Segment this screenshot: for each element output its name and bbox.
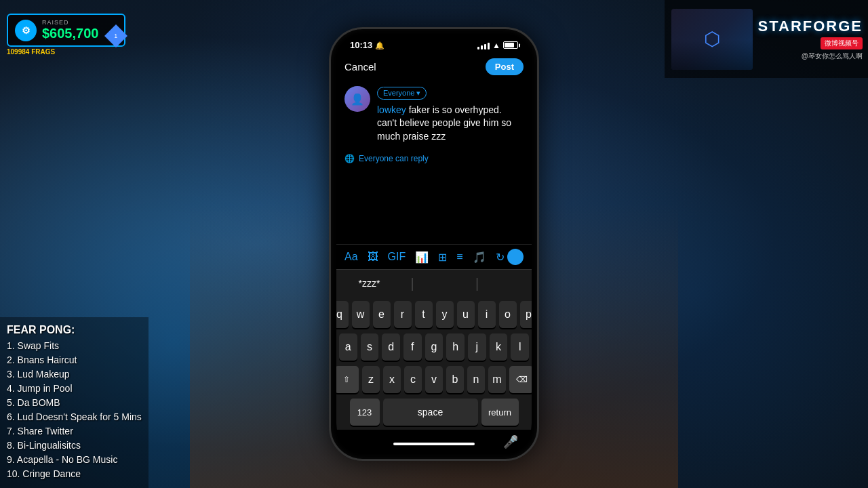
menu-icon[interactable]: ≡	[456, 251, 462, 263]
key-z[interactable]: z	[362, 366, 380, 393]
word-suggestion-2[interactable]	[437, 281, 453, 286]
status-time: 10:13 🔔	[350, 40, 384, 50]
key-delete[interactable]: ⌫	[509, 366, 532, 393]
avatar: 👤	[344, 86, 370, 112]
key-o[interactable]: o	[499, 301, 517, 328]
starforge-thumbnail: ⬡	[671, 9, 753, 70]
sentinel-text: @琴女你怎么骂人啊	[802, 52, 863, 61]
emoji-icon[interactable]: ☺	[350, 434, 363, 449]
phone-container: 10:13 🔔 ▲	[329, 27, 539, 461]
audio-icon[interactable]: 🎵	[473, 251, 486, 264]
key-m[interactable]: m	[488, 366, 506, 393]
key-x[interactable]: x	[383, 366, 401, 393]
starforge-brand: STARFORGE	[758, 18, 863, 35]
key-shift[interactable]: ⇧	[336, 366, 359, 393]
key-v[interactable]: v	[425, 366, 443, 393]
mic-icon[interactable]: 🎤	[503, 434, 518, 449]
diamond-badge: 1	[104, 24, 127, 47]
home-indicator[interactable]	[393, 443, 475, 445]
fear-pong-item-8: 8. Bi-Lingualisitcs	[7, 439, 142, 453]
toolbar-icons: Aa 🖼 GIF 📊 ⊞ ≡ 🎵 ↻	[344, 251, 505, 264]
tweet-header: Cancel Post	[344, 53, 524, 81]
fear-pong-overlay: FEAR PONG: 1. Swap Fits 2. Bnans Haircut…	[0, 317, 149, 488]
fundraiser-frags: 109984 FRAGS	[7, 48, 55, 56]
refresh-icon[interactable]: ↻	[496, 251, 505, 264]
key-s[interactable]: s	[361, 333, 379, 361]
tweet-area: Cancel Post 👤 Everyone ▾ lowkey faker is…	[336, 53, 532, 244]
battery-fill	[505, 43, 514, 47]
key-w[interactable]: w	[352, 301, 370, 328]
divider-2: |	[475, 276, 479, 291]
tweet-mention: lowkey	[377, 104, 406, 115]
key-q[interactable]: q	[336, 301, 349, 328]
divider-1: |	[411, 276, 414, 291]
tweet-compose: 👤 Everyone ▾ lowkey faker is so overhype…	[344, 81, 524, 148]
fear-pong-item-1: 1. Swap Fits	[7, 339, 142, 353]
wifi-icon: ▲	[492, 41, 500, 50]
tweet-right: Everyone ▾ lowkey faker is so overhyped.…	[377, 86, 524, 143]
key-c[interactable]: c	[404, 366, 422, 393]
fundraiser-amount: $605,700	[42, 26, 98, 41]
fear-pong-item-5: 5. Da BOMB	[7, 396, 142, 410]
key-y[interactable]: y	[436, 301, 454, 328]
everyone-reply: 🌐 Everyone can reply	[344, 148, 524, 169]
key-t[interactable]: t	[415, 301, 433, 328]
key-d[interactable]: d	[382, 333, 400, 361]
signal-bar-1	[477, 47, 479, 49]
keyboard-row-2: a s d f g h j k l	[339, 333, 529, 361]
fundraiser-overlay: ⚙ RAISED $605,700 1 109984 FRAGS	[7, 14, 125, 56]
word-suggestion-3[interactable]	[501, 281, 517, 286]
signal-bars	[477, 41, 490, 49]
fear-pong-item-7: 7. Share Twitter	[7, 424, 142, 439]
keyboard-row-bottom: 123 space return	[339, 399, 529, 426]
gif-icon[interactable]: GIF	[388, 251, 406, 263]
fear-pong-item-3: 3. Lud Makeup	[7, 367, 142, 382]
key-k[interactable]: k	[490, 333, 508, 361]
key-u[interactable]: u	[457, 301, 475, 328]
key-b[interactable]: b	[446, 366, 464, 393]
key-n[interactable]: n	[467, 366, 485, 393]
key-h[interactable]: h	[446, 333, 465, 361]
signal-bar-4	[488, 43, 490, 49]
key-space[interactable]: space	[383, 399, 478, 426]
key-j[interactable]: j	[468, 333, 486, 361]
key-l[interactable]: l	[511, 333, 529, 361]
image-icon[interactable]: 🖼	[368, 251, 378, 263]
cancel-button[interactable]: Cancel	[344, 61, 376, 73]
font-icon[interactable]: Aa	[344, 251, 358, 263]
audience-pill[interactable]: Everyone ▾	[377, 87, 427, 100]
bell-icon: 🔔	[375, 41, 384, 49]
post-button[interactable]: Post	[486, 58, 524, 75]
tweet-toolbar: Aa 🖼 GIF 📊 ⊞ ≡ 🎵 ↻	[336, 244, 532, 269]
keyboard: q w e r t y u i o p a s d f g	[336, 297, 532, 430]
key-p[interactable]: p	[520, 301, 532, 328]
keyboard-row-3: ⇧ z x c v b n m ⌫	[339, 366, 529, 393]
weibo-badge: 微博视频号	[821, 37, 863, 49]
key-i[interactable]: i	[478, 301, 496, 328]
word-suggestions: *zzz* | |	[336, 269, 532, 297]
fear-pong-item-10: 10. Cringe Dance	[7, 467, 142, 481]
phone: 10:13 🔔 ▲	[329, 27, 539, 461]
key-a[interactable]: a	[339, 333, 357, 361]
word-suggestion-1[interactable]: *zzz*	[351, 275, 389, 291]
fear-pong-item-6: 6. Lud Doesn't Speak for 5 Mins	[7, 410, 142, 424]
signal-bar-2	[481, 45, 483, 49]
fundraiser-icon: ⚙	[15, 20, 37, 41]
key-e[interactable]: e	[373, 301, 391, 328]
post-circle[interactable]	[507, 249, 524, 265]
status-icons: ▲	[477, 41, 518, 50]
key-f[interactable]: f	[403, 333, 422, 361]
status-bar: 10:13 🔔 ▲	[336, 35, 532, 53]
bar-chart-icon[interactable]: 📊	[415, 251, 429, 264]
battery-icon	[503, 41, 518, 49]
key-g[interactable]: g	[425, 333, 443, 361]
key-123[interactable]: 123	[350, 399, 380, 426]
key-r[interactable]: r	[394, 301, 412, 328]
tweet-text[interactable]: lowkey faker is so overhyped. can't beli…	[377, 104, 524, 144]
phone-bottom-bar: ☺ 🎤	[336, 430, 532, 453]
starforge-overlay: ⬡ STARFORGE 微博视频号 @琴女你怎么骂人啊	[665, 0, 868, 78]
fear-pong-item-2: 2. Bnans Haircut	[7, 353, 142, 367]
starforge-logo-area: STARFORGE 微博视频号 @琴女你怎么骂人啊	[758, 18, 863, 61]
key-return[interactable]: return	[481, 399, 519, 426]
table-icon[interactable]: ⊞	[438, 251, 447, 264]
